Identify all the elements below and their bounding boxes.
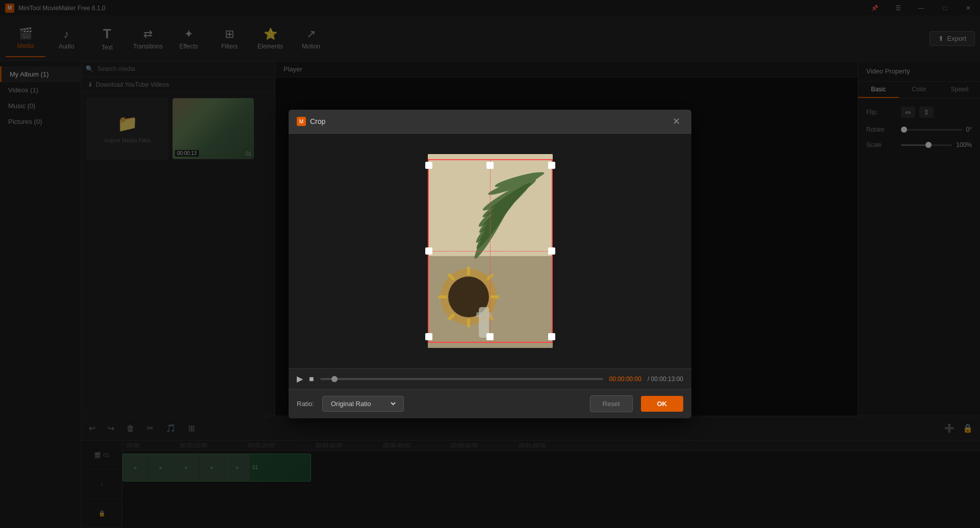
crop-app-icon: M bbox=[297, 117, 306, 126]
svg-rect-16 bbox=[438, 295, 447, 298]
crop-canvas-area bbox=[289, 134, 691, 368]
crop-title: M Crop bbox=[297, 117, 325, 126]
ok-button[interactable]: OK bbox=[641, 396, 684, 412]
crop-footer: Ratio: Original Ratio 16:9 9:16 4:3 3:4 … bbox=[289, 389, 691, 418]
ratio-label: Ratio: bbox=[297, 400, 314, 408]
svg-rect-14 bbox=[467, 266, 470, 275]
ratio-select-container[interactable]: Original Ratio 16:9 9:16 4:3 3:4 1:1 Cus… bbox=[322, 396, 404, 412]
crop-close-button[interactable]: ✕ bbox=[669, 115, 683, 128]
crop-dialog-header: M Crop ✕ bbox=[289, 110, 691, 134]
reset-button[interactable]: Reset bbox=[590, 395, 633, 412]
crop-playback: ▶ ■ 00:00:00:00 / 00:00:13:00 bbox=[289, 368, 691, 389]
play-button[interactable]: ▶ bbox=[297, 374, 303, 384]
stop-button[interactable]: ■ bbox=[309, 374, 314, 384]
crop-image-container bbox=[428, 154, 553, 348]
total-time: / 00:00:13:00 bbox=[648, 375, 683, 383]
crop-dialog: M Crop ✕ bbox=[289, 110, 691, 418]
svg-rect-22 bbox=[479, 307, 489, 338]
progress-thumb[interactable] bbox=[331, 376, 338, 382]
svg-rect-15 bbox=[467, 318, 470, 328]
svg-rect-17 bbox=[490, 295, 499, 298]
current-time: 00:00:00:00 bbox=[609, 375, 641, 383]
crop-dialog-overlay: M Crop ✕ bbox=[0, 0, 980, 528]
svg-rect-23 bbox=[476, 312, 492, 317]
crop-image bbox=[428, 154, 553, 348]
ratio-dropdown[interactable]: Original Ratio 16:9 9:16 4:3 3:4 1:1 Cus… bbox=[329, 399, 397, 408]
progress-bar[interactable] bbox=[320, 378, 603, 380]
crop-title-text: Crop bbox=[310, 117, 325, 125]
